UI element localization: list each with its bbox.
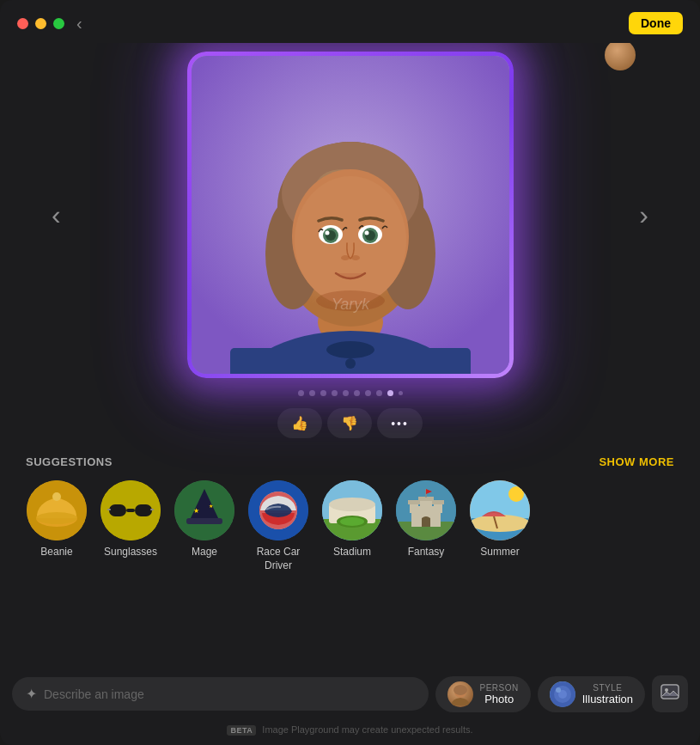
close-button[interactable] xyxy=(17,18,28,29)
person-avatar-icon xyxy=(447,681,473,707)
beta-footer: BETA Image Playground may create unexpec… xyxy=(0,718,700,745)
prev-arrow-button[interactable]: ‹ xyxy=(43,191,70,240)
bottom-bar: ✦ Describe an image PERSON Photo xyxy=(0,667,700,718)
mage-icon: ★ ★ xyxy=(174,480,234,540)
svg-rect-41 xyxy=(186,518,222,524)
svg-point-25 xyxy=(341,255,350,260)
svg-rect-36 xyxy=(126,509,135,512)
dot-4[interactable] xyxy=(332,390,338,396)
thumbs-up-button[interactable]: 👍 xyxy=(277,408,322,438)
svg-rect-35 xyxy=(135,504,152,516)
dot-7[interactable] xyxy=(365,390,371,396)
fantasy-label: Fantasy xyxy=(408,546,445,559)
suggestions-title: SUGGESTIONS xyxy=(26,455,113,468)
more-options-button[interactable]: ••• xyxy=(377,408,423,438)
svg-text:Yaryk: Yaryk xyxy=(331,296,370,313)
svg-rect-34 xyxy=(109,504,126,516)
style-selector-button[interactable]: STYLE Illustration xyxy=(538,676,645,712)
next-arrow-button[interactable]: › xyxy=(630,191,657,240)
svg-text:★: ★ xyxy=(193,507,199,515)
svg-point-20 xyxy=(325,231,329,235)
gallery-button[interactable] xyxy=(652,675,688,712)
minimize-button[interactable] xyxy=(35,18,46,29)
stadium-icon xyxy=(322,480,382,540)
svg-point-70 xyxy=(508,486,524,502)
back-button[interactable]: ‹ xyxy=(76,15,82,32)
action-buttons-row: 👍 👎 ••• xyxy=(277,408,423,438)
suggestion-stadium[interactable]: Stadium xyxy=(321,480,383,572)
svg-rect-79 xyxy=(661,685,679,699)
svg-point-73 xyxy=(453,685,467,695)
suggestion-mage[interactable]: ★ ★ Mage xyxy=(173,480,235,572)
suggestions-section: SUGGESTIONS SHOW MORE Beanie xyxy=(17,455,683,572)
svg-point-32 xyxy=(36,512,77,524)
style-btn-text: STYLE Illustration xyxy=(582,683,633,705)
dot-2[interactable] xyxy=(309,390,315,396)
gallery-icon xyxy=(660,682,679,701)
person-btn-text: PERSON Photo xyxy=(480,683,519,705)
beanie-icon xyxy=(27,480,87,540)
image-description-input[interactable]: ✦ Describe an image xyxy=(12,677,429,711)
user-avatar-small xyxy=(605,43,636,70)
title-bar: ‹ Done xyxy=(0,0,700,43)
person-style-button[interactable]: PERSON Photo xyxy=(435,676,531,712)
person-value: Photo xyxy=(480,693,519,705)
maximize-button[interactable] xyxy=(53,18,64,29)
dot-5[interactable] xyxy=(343,390,349,396)
racecar-icon xyxy=(248,480,308,540)
svg-point-69 xyxy=(470,515,530,532)
mage-label: Mage xyxy=(192,546,217,559)
show-more-button[interactable]: SHOW MORE xyxy=(599,455,674,468)
suggestion-summer[interactable]: Summer xyxy=(469,480,531,572)
fantasy-icon xyxy=(396,480,456,540)
avatar-display: Yaryk xyxy=(192,56,509,374)
svg-rect-61 xyxy=(408,500,420,504)
dot-9[interactable] xyxy=(387,390,393,396)
dot-8[interactable] xyxy=(376,390,382,396)
avatar-section: ‹ xyxy=(17,52,683,378)
svg-point-24 xyxy=(364,231,368,235)
beanie-label: Beanie xyxy=(40,546,72,559)
svg-text:★: ★ xyxy=(209,504,213,509)
dot-1[interactable] xyxy=(298,390,304,396)
stadium-label: Stadium xyxy=(333,546,371,559)
avatar-illustration: Yaryk xyxy=(192,56,509,374)
suggestions-row: Beanie Sunglasses xyxy=(17,480,683,572)
main-content: ‹ xyxy=(0,43,700,667)
suggestion-racecar[interactable]: Race Car Driver xyxy=(247,480,309,572)
avatar-frame: Yaryk xyxy=(187,52,514,378)
style-value: Illustration xyxy=(582,693,633,705)
svg-point-4 xyxy=(326,341,374,358)
svg-point-80 xyxy=(665,688,668,692)
svg-point-5 xyxy=(345,358,356,369)
suggestion-beanie[interactable]: Beanie xyxy=(26,480,88,572)
input-placeholder-text: Describe an image xyxy=(44,687,144,701)
summer-label: Summer xyxy=(480,546,519,559)
racecar-label: Race Car Driver xyxy=(257,546,301,572)
carousel-dots xyxy=(298,390,403,396)
beta-disclaimer: BETA Image Playground may create unexpec… xyxy=(227,724,472,735)
beta-badge: BETA xyxy=(227,725,256,736)
sparkle-icon: ✦ xyxy=(26,686,37,702)
suggestion-sunglasses[interactable]: Sunglasses xyxy=(100,480,161,572)
person-label: PERSON xyxy=(480,683,519,693)
suggestions-header: SUGGESTIONS SHOW MORE xyxy=(17,455,683,468)
title-bar-left: ‹ xyxy=(17,15,82,32)
done-button[interactable]: Done xyxy=(629,12,683,34)
svg-point-53 xyxy=(340,517,364,526)
style-label: STYLE xyxy=(582,683,633,693)
svg-point-51 xyxy=(329,498,375,511)
dot-6[interactable] xyxy=(354,390,360,396)
style-icon xyxy=(550,681,575,707)
svg-rect-60 xyxy=(420,499,432,511)
dot-10[interactable] xyxy=(399,391,403,395)
sunglasses-icon xyxy=(100,480,161,540)
svg-point-31 xyxy=(52,492,61,501)
sunglasses-label: Sunglasses xyxy=(104,546,157,559)
dot-3[interactable] xyxy=(320,390,326,396)
svg-point-77 xyxy=(556,687,561,693)
suggestion-fantasy[interactable]: Fantasy xyxy=(395,480,457,572)
svg-point-26 xyxy=(351,255,360,260)
thumbs-down-button[interactable]: 👎 xyxy=(327,408,372,438)
traffic-lights xyxy=(17,18,64,29)
